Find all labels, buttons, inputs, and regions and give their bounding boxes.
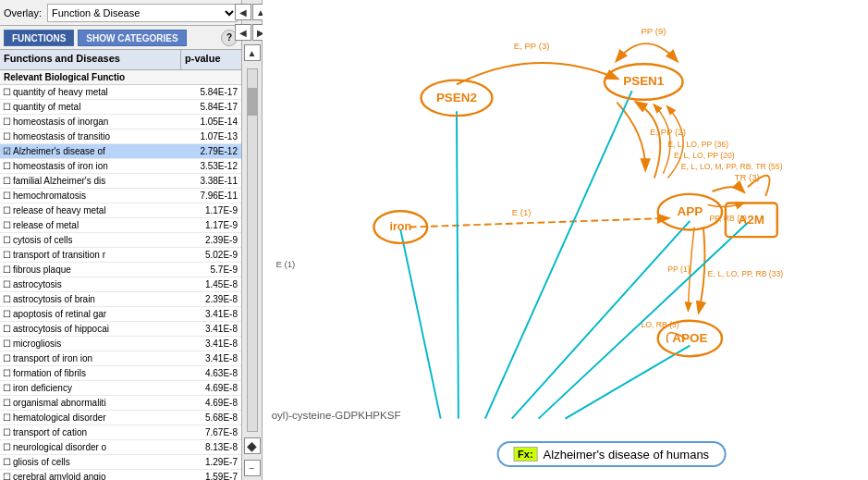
table-row[interactable]: ☐formation of fibrils4.63E-8 xyxy=(0,366,241,381)
row-checkbox[interactable]: ☐ xyxy=(0,353,13,363)
row-label: Alzheimer's disease of xyxy=(13,146,181,156)
table-row[interactable]: ☐quantity of metal5.84E-17 xyxy=(0,100,241,115)
row-checkbox[interactable]: ☐ xyxy=(0,383,13,393)
svg-line-18 xyxy=(400,229,440,418)
table-row[interactable]: ☐homeostasis of iron ion3.53E-12 xyxy=(0,159,241,174)
nav-up2-btn[interactable]: ▲ xyxy=(244,44,261,61)
row-checkbox[interactable]: ☐ xyxy=(0,324,13,334)
nav-left-btn[interactable]: ◀ xyxy=(235,4,251,20)
row-checkbox[interactable]: ☐ xyxy=(0,131,13,142)
row-checkbox[interactable]: ☑ xyxy=(0,146,13,156)
overlay-select[interactable]: Function & Disease Function Disease xyxy=(47,4,238,22)
row-pvalue: 2.39E-8 xyxy=(181,294,241,304)
row-label: release of metal xyxy=(13,220,181,230)
table-row[interactable]: ☐cytosis of cells2.39E-9 xyxy=(0,233,241,248)
row-label: hemochromatosis xyxy=(13,191,181,201)
svg-text:PP (9): PP (9) xyxy=(641,26,666,36)
table-row[interactable]: ☐transport of cation7.67E-8 xyxy=(0,425,241,440)
table-row[interactable]: ☐release of metal1.17E-9 xyxy=(0,218,241,233)
left-panel: Overlay: Function & Disease Function Dis… xyxy=(0,0,242,480)
row-checkbox[interactable]: ☐ xyxy=(0,368,13,378)
table-row[interactable]: ☐transport of transition r5.02E-9 xyxy=(0,248,241,263)
svg-line-17 xyxy=(566,346,691,419)
svg-text:PSEN2: PSEN2 xyxy=(436,91,477,105)
svg-text:PP (1): PP (1) xyxy=(667,265,690,274)
row-checkbox[interactable]: ☐ xyxy=(0,265,13,275)
svg-text:E, PP (3): E, PP (3) xyxy=(514,41,550,51)
zoom-slider[interactable] xyxy=(247,68,258,432)
row-label: apoptosis of retinal gar xyxy=(13,309,181,319)
table-row[interactable]: ☐release of heavy metal1.17E-9 xyxy=(0,203,241,218)
table-row[interactable]: ☑Alzheimer's disease of2.79E-12 xyxy=(0,144,241,159)
table-row[interactable]: ☐astrocytosis1.45E-8 xyxy=(0,277,241,292)
svg-text:E, L, LO, PP (36): E, L, LO, PP (36) xyxy=(667,140,728,149)
row-checkbox[interactable]: ☐ xyxy=(0,427,13,437)
row-checkbox[interactable]: ☐ xyxy=(0,205,13,215)
table-header: Functions and Diseases p-value xyxy=(0,50,241,70)
row-checkbox[interactable]: ☐ xyxy=(0,220,13,230)
zoom-slider-thumb xyxy=(248,88,257,116)
table-row[interactable]: ☐astrocytosis of hippocai3.41E-8 xyxy=(0,322,241,337)
row-pvalue: 1.45E-8 xyxy=(181,279,241,289)
row-checkbox[interactable]: ☐ xyxy=(0,279,13,289)
row-pvalue: 1.29E-7 xyxy=(181,457,241,467)
table-body[interactable]: Relevant Biological Functio ☐quantity of… xyxy=(0,70,241,480)
table-row[interactable]: ☐neurological disorder o8.13E-8 xyxy=(0,440,241,455)
row-checkbox[interactable]: ☐ xyxy=(0,412,13,423)
group-header: Relevant Biological Functio xyxy=(0,70,241,85)
table-row[interactable]: ☐gliosis of cells1.29E-7 xyxy=(0,455,241,470)
table-row[interactable]: ☐fibrous plaque5.7E-9 xyxy=(0,263,241,277)
svg-line-13 xyxy=(457,111,458,418)
row-label: gliosis of cells xyxy=(13,457,181,467)
row-label: homeostasis of inorgan xyxy=(13,117,181,127)
row-pvalue: 1.59E-7 xyxy=(181,472,241,480)
row-label: iron deficiency xyxy=(13,383,181,393)
svg-line-16 xyxy=(539,223,748,419)
row-pvalue: 3.53E-12 xyxy=(181,161,241,171)
row-checkbox[interactable]: ☐ xyxy=(0,102,13,112)
row-checkbox[interactable]: ☐ xyxy=(0,176,13,186)
table-row[interactable]: ☐cerebral amyloid angio1.59E-7 xyxy=(0,470,241,480)
table-row[interactable]: ☐homeostasis of transitio1.07E-13 xyxy=(0,129,241,144)
table-row[interactable]: ☐transport of iron ion3.41E-8 xyxy=(0,351,241,366)
row-checkbox[interactable]: ☐ xyxy=(0,472,13,480)
functions-button[interactable]: FUNCTIONS xyxy=(4,30,74,46)
table-row[interactable]: ☐apoptosis of retinal gar3.41E-8 xyxy=(0,307,241,322)
row-checkbox[interactable]: ☐ xyxy=(0,338,13,349)
row-checkbox[interactable]: ☐ xyxy=(0,235,13,245)
table-row[interactable]: ☐familial Alzheimer's dis3.38E-11 xyxy=(0,174,241,189)
nav-panel: ◀ ▲ ◀ ▶ ▲ ◆ − xyxy=(242,0,263,480)
table-row[interactable]: ☐organismal abnormaliti4.69E-8 xyxy=(0,396,241,411)
row-checkbox[interactable]: ☐ xyxy=(0,309,13,319)
svg-text:E, L, LO, PP, RB (33): E, L, LO, PP, RB (33) xyxy=(708,269,784,278)
row-checkbox[interactable]: ☐ xyxy=(0,457,13,467)
table-row[interactable]: ☐iron deficiency4.69E-8 xyxy=(0,381,241,396)
table-row[interactable]: ☐homeostasis of inorgan1.05E-14 xyxy=(0,115,241,129)
row-checkbox[interactable]: ☐ xyxy=(0,117,13,127)
row-label: transport of cation xyxy=(13,427,181,437)
table-row[interactable]: ☐hemochromatosis7.96E-11 xyxy=(0,189,241,203)
row-checkbox[interactable]: ☐ xyxy=(0,161,13,171)
table-row[interactable]: ☐hematological disorder5.68E-8 xyxy=(0,411,241,425)
nav-pointer-btn[interactable]: ◆ xyxy=(244,437,261,454)
table-row[interactable]: ☐astrocytosis of brain2.39E-8 xyxy=(0,292,241,307)
row-checkbox[interactable]: ☐ xyxy=(0,250,13,260)
row-pvalue: 1.05E-14 xyxy=(181,117,241,127)
row-pvalue: 3.41E-8 xyxy=(181,338,241,349)
nav-left2-btn[interactable]: ◀ xyxy=(235,24,251,41)
table-row[interactable]: ☐microgliosis3.41E-8 xyxy=(0,337,241,351)
show-categories-button[interactable]: SHOW CATEGORIES xyxy=(78,30,186,46)
row-checkbox[interactable]: ☐ xyxy=(0,442,13,452)
svg-text:E (1): E (1) xyxy=(275,259,295,269)
row-checkbox[interactable]: ☐ xyxy=(0,294,13,304)
row-checkbox[interactable]: ☐ xyxy=(0,191,13,201)
table-row[interactable]: ☐quantity of heavy metal5.84E-17 xyxy=(0,85,241,100)
row-pvalue: 1.17E-9 xyxy=(181,220,241,230)
col-pvalue-header: p-value xyxy=(181,50,241,69)
row-label: astrocytosis of hippocai xyxy=(13,324,181,334)
graph-area: E, PP (3) PP (9) E, PP (2) E, L, LO, PP … xyxy=(263,0,868,480)
row-pvalue: 5.84E-17 xyxy=(181,87,241,97)
nav-down-btn[interactable]: − xyxy=(244,460,261,476)
row-checkbox[interactable]: ☐ xyxy=(0,87,13,97)
row-checkbox[interactable]: ☐ xyxy=(0,398,13,408)
